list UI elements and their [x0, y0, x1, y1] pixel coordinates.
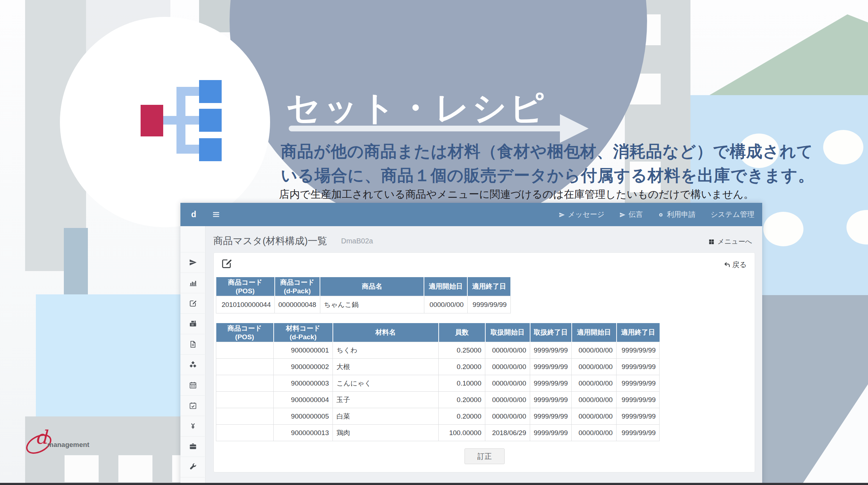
sidebar-item-wrench[interactable]: [180, 457, 206, 477]
sidebar-item-send[interactable]: [180, 252, 206, 272]
table-cell: 0000/00/00: [572, 425, 617, 441]
table-cell: 9999/99/99: [467, 296, 510, 313]
calendar-check-icon: [189, 402, 197, 410]
nav-item-label: システム管理: [711, 210, 754, 219]
bg-oval-window: [823, 130, 863, 164]
table-row: 9000000003こんにゃく0.100000000/00/009999/99/…: [216, 375, 660, 392]
correct-button[interactable]: 訂正: [464, 448, 505, 464]
diagram-child-node: [199, 80, 222, 103]
column-header: 適用終了日: [617, 323, 660, 342]
table-cell: 鶏肉: [333, 425, 439, 441]
reply-arrow-icon: [724, 261, 731, 268]
file-icon: [189, 340, 197, 348]
table-row: 20101000000440000000048ちゃんこ鍋0000/00/0099…: [216, 296, 511, 313]
nav-item[interactable]: システム管理: [711, 210, 754, 219]
briefcase-icon: [189, 443, 197, 451]
sidebar-item-fax[interactable]: [180, 313, 206, 334]
column-header: 商品コード (POS): [216, 323, 274, 342]
hero-title: セット・レシピ: [286, 85, 547, 131]
sidebar-item-briefcase[interactable]: [180, 436, 206, 457]
column-header: 適用開始日: [572, 323, 617, 342]
column-header: 取扱終了日: [530, 323, 572, 342]
material-table: 商品コード (POS)材料コード (d-Pack)材料名員数取扱開始日取扱終了日…: [216, 323, 660, 441]
table-cell: [216, 392, 274, 408]
diagram-child-node: [199, 109, 222, 132]
sidebar-item-calendar[interactable]: [180, 375, 206, 395]
table-cell: 0.10000: [439, 375, 485, 392]
send-icon: [189, 258, 197, 266]
sidebar-item-bar-chart[interactable]: [180, 272, 206, 293]
bg-window: [118, 455, 152, 482]
table-cell: 0000/00/00: [424, 296, 467, 313]
column-header: 適用開始日: [424, 277, 467, 296]
table-cell: 2010100000044: [216, 296, 275, 313]
edit-icon[interactable]: [221, 258, 232, 269]
table-cell: 9999/99/99: [530, 425, 572, 441]
table-cell: 大根: [333, 359, 439, 375]
bar-chart-icon: [189, 279, 197, 287]
diagram-parent-node: [141, 105, 163, 136]
sidebar-item-cubes[interactable]: [180, 354, 206, 375]
table-cell: 9000000002: [274, 359, 333, 375]
nav-item[interactable]: 伝言: [619, 210, 643, 219]
table-cell: 0.25000: [439, 342, 485, 359]
table-row: 9000000001ちくわ0.250000000/00/009999/99/99…: [216, 342, 660, 359]
column-header: 商品名: [320, 277, 424, 296]
column-header: 取扱開始日: [485, 323, 530, 342]
table-cell: 0.20000: [439, 408, 485, 425]
table-cell: 9999/99/99: [617, 408, 660, 425]
table-row: 9000000002大根0.200000000/00/009999/99/990…: [216, 359, 660, 375]
navbar-brand[interactable]: d: [191, 203, 196, 226]
table-row: 9000000013鶏肉100.000002018/06/299999/99/9…: [216, 425, 660, 441]
table-cell: 9999/99/99: [530, 342, 572, 359]
table-cell: 0000/00/00: [572, 359, 617, 375]
bg-building-bottom-left-blue: [36, 294, 187, 416]
table-cell: [216, 425, 274, 441]
app-window: d メッセージ伝言利用申請システム管理 商品マスタ(材料構成)一覧 DmaB02…: [180, 203, 762, 485]
table-cell: 0000/00/00: [485, 392, 530, 408]
menu-link-label: メニューへ: [717, 237, 752, 246]
table-cell: 9999/99/99: [530, 408, 572, 425]
nav-item[interactable]: 利用申請: [658, 210, 695, 219]
grid-icon: [708, 239, 714, 245]
table-cell: 白菜: [333, 408, 439, 425]
hero-arrow: [289, 126, 561, 131]
table-cell: 9000000004: [274, 392, 333, 408]
logo-text: management: [47, 441, 89, 449]
table-row: 9000000004玉子0.200000000/00/009999/99/990…: [216, 392, 660, 408]
sidebar-item-file[interactable]: [180, 334, 206, 354]
table-cell: 9999/99/99: [617, 425, 660, 441]
hero-arrow-head: [560, 114, 589, 143]
send-icon: [619, 211, 626, 218]
table-cell: 9999/99/99: [530, 375, 572, 392]
sidebar-item-edit[interactable]: [180, 293, 206, 313]
table-cell: ちくわ: [333, 342, 439, 359]
sidebar-item-calendar-check[interactable]: [180, 395, 206, 416]
back-button[interactable]: 戻る: [724, 260, 747, 270]
table-cell: 玉子: [333, 392, 439, 408]
table-cell: 0000/00/00: [572, 392, 617, 408]
diagram-child-node: [199, 138, 222, 161]
wrench-icon: [189, 463, 197, 471]
sidebar: [180, 226, 206, 485]
column-header: 商品コード (d-Pack): [275, 277, 320, 296]
send-icon: [559, 211, 565, 218]
table-cell: 0000/00/00: [572, 408, 617, 425]
table-cell: 9000000005: [274, 408, 333, 425]
bg-window: [65, 455, 99, 482]
nav-item[interactable]: メッセージ: [559, 210, 604, 219]
table-cell: 0000/00/00: [485, 375, 530, 392]
company-logo: d management: [25, 430, 108, 455]
hamburger-menu-icon[interactable]: [212, 210, 220, 219]
table-cell: 2018/06/29: [485, 425, 530, 441]
hero-note: 店内で生産加工されている商品やメニューに関連づけるのは在庫管理したいものだけで構…: [279, 187, 754, 202]
column-header: 員数: [439, 323, 485, 342]
sidebar-item-yen[interactable]: [180, 416, 206, 436]
table-cell: 0000/00/00: [485, 408, 530, 425]
table-cell: 9000000001: [274, 342, 333, 359]
menu-link[interactable]: メニューへ: [708, 237, 752, 246]
table-cell: [216, 408, 274, 425]
column-header: 材料コード (d-Pack): [274, 323, 333, 342]
yen-icon: [189, 422, 197, 430]
table-cell: [216, 359, 274, 375]
